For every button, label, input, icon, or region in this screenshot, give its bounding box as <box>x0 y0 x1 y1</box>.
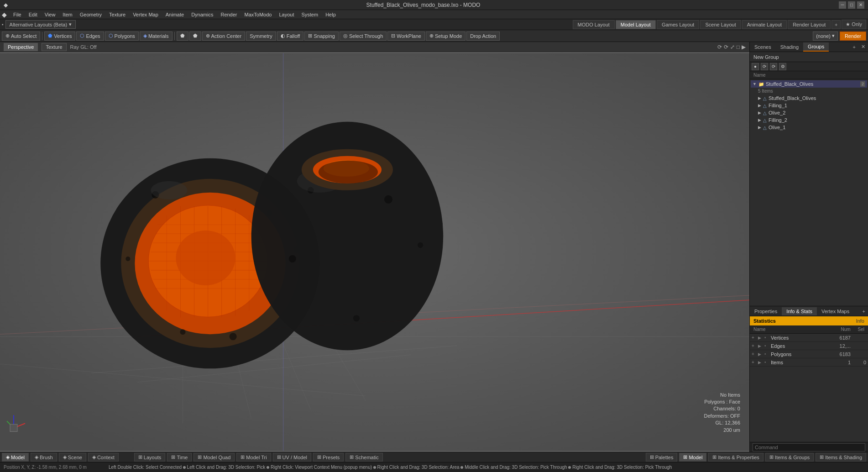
menu-help[interactable]: Help <box>322 11 340 18</box>
info-tab[interactable]: Info <box>856 318 864 324</box>
workplane-button[interactable]: ⊟ WorkPlane <box>387 31 425 41</box>
vp-tab-perspective[interactable]: Perspective <box>4 43 38 51</box>
tree-item-stuffed[interactable]: ▶ △ Stuffed_Black_Olives <box>751 94 867 102</box>
maximize-button[interactable]: □ <box>848 1 855 9</box>
materials-button[interactable]: ◈ Materials <box>140 31 173 41</box>
sym-icon-btn2[interactable]: ⬟ <box>189 31 201 41</box>
menu-maxtomodo[interactable]: MaxToModo <box>241 11 276 18</box>
vp-tab-texture[interactable]: Texture <box>42 43 66 51</box>
vertices-button[interactable]: ⬟ Vertices <box>44 31 75 41</box>
layout-tab-modo[interactable]: MODO Layout <box>573 20 615 29</box>
new-group-button[interactable]: New Group <box>753 54 779 60</box>
rp-tab-shading[interactable]: Shading <box>776 43 803 51</box>
groups-tool-button-4[interactable]: ⚙ <box>779 63 786 70</box>
menu-system[interactable]: System <box>298 11 322 18</box>
measure-text: 200 um <box>704 427 740 434</box>
menu-animate[interactable]: Animate <box>162 11 188 18</box>
items-groups-tab[interactable]: ⊞ Items & Groups <box>765 453 814 462</box>
stats-panel: Properties Info & Stats Vertex Maps + St… <box>750 306 868 452</box>
none-selector[interactable]: (none) ▾ <box>813 31 838 41</box>
groups-tool-button-2[interactable]: ⟳ <box>761 63 768 70</box>
menu-vertex-map[interactable]: Vertex Map <box>129 11 162 18</box>
menu-geometry[interactable]: Geometry <box>76 11 105 18</box>
3d-canvas[interactable]: No Items Polygons : Face Channels: 0 Def… <box>0 52 749 452</box>
layouts-tab[interactable]: ⊞ Layouts <box>134 453 166 462</box>
setup-mode-button[interactable]: ⊕ Setup Mode <box>426 31 465 41</box>
menu-render[interactable]: Render <box>217 11 241 18</box>
tree-item-filling1[interactable]: ▶ △ Filling_1 <box>751 102 867 109</box>
model-panel-tab[interactable]: ⊞ Model <box>679 453 706 462</box>
items-shading-tab[interactable]: ⊞ Items & Shading <box>816 453 866 462</box>
add-layout-tab-button[interactable]: + <box>831 20 841 29</box>
groups-tool-button-1[interactable]: ● <box>752 63 759 70</box>
mode-brush-tab[interactable]: ◈ Brush <box>31 453 57 462</box>
bp-tab-infostats[interactable]: Info & Stats <box>782 307 817 315</box>
menu-layout[interactable]: Layout <box>275 11 298 18</box>
mode-model-tab[interactable]: ◈ Model <box>2 453 29 462</box>
collapse-icon: ▶ <box>758 96 761 100</box>
fit-icon[interactable]: ⤢ <box>730 44 735 50</box>
close-panel-button[interactable]: ✕ <box>858 42 868 51</box>
render-button[interactable]: Render <box>840 31 866 41</box>
rp-tab-scenes[interactable]: Scenes <box>750 43 776 51</box>
maximize-viewport-icon[interactable]: □ <box>737 44 740 50</box>
tree-item-olive1[interactable]: ▶ △ Olive_1 <box>751 124 867 131</box>
expand-icon[interactable]: + <box>752 335 756 340</box>
menu-edit[interactable]: Edit <box>25 11 41 18</box>
select-through-button[interactable]: ◎ Select Through <box>340 31 387 41</box>
layout-tab-render[interactable]: Render Layout <box>788 20 831 29</box>
menu-view[interactable]: View <box>41 11 59 18</box>
mode-scene-tab[interactable]: ◈ Scene <box>59 453 86 462</box>
expand-icon-4[interactable]: + <box>752 360 756 365</box>
model-quad-tab[interactable]: ⊞ Model Quad <box>193 453 235 462</box>
stats-row-vertices: + ▶ • Vertices 6187 <box>750 334 868 342</box>
rotate-icon[interactable]: ⟳ <box>717 44 722 50</box>
layout-tab-scene[interactable]: Scene Layout <box>700 20 741 29</box>
layout-tab-games[interactable]: Games Layout <box>657 20 700 29</box>
viewport-header: Perspective Texture Ray GL: Off ⟳ ⟳ ⤢ □ … <box>0 42 749 52</box>
palettes-tab[interactable]: ⊞ Palettes <box>646 453 678 462</box>
auto-select-button[interactable]: ⊕ Auto Select <box>2 31 40 41</box>
groups-tool-button-3[interactable]: ⟳ <box>770 63 777 70</box>
menu-item[interactable]: Item <box>59 11 76 18</box>
menu-texture[interactable]: Texture <box>105 11 129 18</box>
reset-icon[interactable]: ⟳ <box>724 44 728 50</box>
bp-tab-properties[interactable]: Properties <box>750 307 782 315</box>
layout-tab-model[interactable]: Model Layout <box>616 20 656 29</box>
sym-icon-btn[interactable]: ⬟ <box>177 31 188 41</box>
only-button[interactable]: ★ Only <box>842 20 866 29</box>
mode-context-tab[interactable]: ◈ Context <box>88 453 119 462</box>
falloff-button[interactable]: ◐ Falloff <box>277 31 304 41</box>
layout-tab-animate[interactable]: Animate Layout <box>742 20 787 29</box>
add-stats-tab-button[interactable]: + <box>860 307 868 315</box>
tree-item-root[interactable]: ▼ 📁 Stuffed_Black_Olives 2 <box>751 80 867 88</box>
layout-dropdown[interactable]: Alternative Layouts (Beta) ▾ <box>5 20 76 29</box>
expand-icon-2[interactable]: + <box>752 343 756 348</box>
viewport[interactable]: Perspective Texture Ray GL: Off ⟳ ⟳ ⤢ □ … <box>0 42 749 452</box>
command-input[interactable] <box>753 443 865 451</box>
schematic-tab[interactable]: ⊞ Schematic <box>345 453 382 462</box>
polygons-button[interactable]: ⬡ Polygons <box>105 31 139 41</box>
expand-icon-3[interactable]: + <box>752 351 756 357</box>
model-tri-tab[interactable]: ⊞ Model Tri <box>236 453 271 462</box>
minimize-button[interactable]: ─ <box>839 1 846 9</box>
close-button[interactable]: ✕ <box>857 1 864 9</box>
edges-button[interactable]: ⬡ Edges <box>76 31 104 41</box>
menu-file[interactable]: File <box>10 11 25 18</box>
items-properties-tab[interactable]: ⊞ Items & Properties <box>708 453 763 462</box>
time-tab[interactable]: ⊞ Time <box>167 453 192 462</box>
menu-dynamics[interactable]: Dynamics <box>188 11 217 18</box>
arrow-icon: ▶ <box>758 336 763 340</box>
bp-tab-vertexmaps[interactable]: Vertex Maps <box>817 307 854 315</box>
tree-item-olive2[interactable]: ▶ △ Olive_2 <box>751 109 867 116</box>
tree-item-filling2[interactable]: ▶ △ Filling_2 <box>751 116 867 124</box>
add-panel-tab-button[interactable]: + <box>850 43 858 51</box>
play-icon[interactable]: ▶ <box>742 44 746 50</box>
rp-tab-groups[interactable]: Groups <box>803 42 829 52</box>
snapping-button[interactable]: ⊞ Snapping <box>304 31 339 41</box>
presets-tab[interactable]: ⊞ Presets <box>313 453 344 462</box>
drop-action-button[interactable]: Drop Action <box>466 31 500 41</box>
uv-model-tab[interactable]: ⊞ UV / Model <box>273 453 311 462</box>
symmetry-button[interactable]: Symmetry <box>246 31 276 41</box>
action-center-button[interactable]: ⊕ Action Center <box>202 31 246 41</box>
